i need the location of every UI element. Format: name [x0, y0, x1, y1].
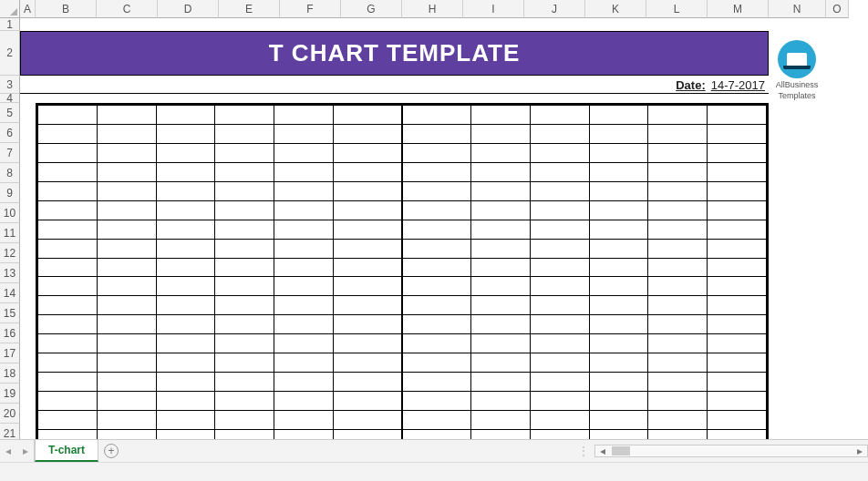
t-chart-cell[interactable]	[215, 353, 274, 373]
t-chart-cell[interactable]	[215, 334, 274, 353]
chevron-right-icon[interactable]: ▸	[23, 445, 28, 457]
t-chart-cell[interactable]	[38, 162, 98, 181]
t-chart-cell[interactable]	[471, 124, 531, 143]
t-chart-cell[interactable]	[708, 315, 767, 334]
t-chart-cell[interactable]	[38, 373, 98, 392]
t-chart-cell[interactable]	[274, 258, 334, 277]
t-chart-cell[interactable]	[215, 392, 274, 411]
column-header-E[interactable]: E	[219, 0, 280, 18]
t-chart-cell[interactable]	[333, 315, 402, 334]
t-chart-cell[interactable]	[402, 353, 471, 373]
t-chart-cell[interactable]	[333, 200, 402, 220]
row-header-9[interactable]: 9	[0, 183, 20, 203]
t-chart-cell[interactable]	[402, 373, 471, 392]
t-chart-cell[interactable]	[530, 239, 589, 258]
t-chart-cell[interactable]	[38, 277, 98, 296]
t-chart-cell[interactable]	[530, 411, 589, 430]
t-chart-cell[interactable]	[708, 411, 767, 430]
t-chart-cell[interactable]	[708, 106, 767, 125]
t-chart-cell[interactable]	[156, 315, 215, 334]
t-chart-cell[interactable]	[156, 296, 215, 315]
t-chart-cell[interactable]	[38, 200, 98, 220]
t-chart-cell[interactable]	[97, 143, 156, 162]
t-chart-cell[interactable]	[215, 200, 274, 220]
t-chart-cell[interactable]	[589, 106, 648, 125]
t-chart-cell[interactable]	[589, 277, 648, 296]
row-header-7[interactable]: 7	[0, 143, 20, 163]
t-chart-cell[interactable]	[215, 220, 274, 239]
t-chart-cell[interactable]	[156, 181, 215, 200]
t-chart-cell[interactable]	[648, 315, 708, 334]
t-chart-cell[interactable]	[97, 162, 156, 181]
t-chart-cell[interactable]	[156, 373, 215, 392]
t-chart-cell[interactable]	[471, 258, 531, 277]
t-chart-cell[interactable]	[38, 315, 98, 334]
t-chart-cell[interactable]	[274, 277, 334, 296]
t-chart-cell[interactable]	[215, 258, 274, 277]
t-chart-cell[interactable]	[274, 106, 334, 125]
t-chart-cell[interactable]	[38, 392, 98, 411]
t-chart-cell[interactable]	[530, 181, 589, 200]
t-chart-cell[interactable]	[648, 200, 708, 220]
t-chart-cell[interactable]	[402, 220, 471, 239]
t-chart-cell[interactable]	[333, 392, 402, 411]
t-chart-cell[interactable]	[589, 373, 648, 392]
t-chart-cell[interactable]	[274, 296, 334, 315]
scroll-right-icon[interactable]: ▸	[852, 445, 867, 457]
t-chart-cell[interactable]	[97, 392, 156, 411]
t-chart-cell[interactable]	[589, 124, 648, 143]
t-chart-cell[interactable]	[156, 200, 215, 220]
column-header-B[interactable]: B	[36, 0, 97, 18]
t-chart-cell[interactable]	[38, 258, 98, 277]
column-header-N[interactable]: N	[769, 0, 826, 18]
add-sheet-button[interactable]: +	[98, 440, 124, 462]
t-chart-cell[interactable]	[708, 239, 767, 258]
t-chart-cell[interactable]	[402, 392, 471, 411]
t-chart-cell[interactable]	[215, 143, 274, 162]
t-chart-cell[interactable]	[38, 220, 98, 239]
t-chart-cell[interactable]	[589, 162, 648, 181]
row-header-2[interactable]: 2	[0, 31, 20, 76]
column-header-A[interactable]: A	[20, 0, 36, 18]
t-chart-cell[interactable]	[215, 181, 274, 200]
scroll-left-icon[interactable]: ◂	[595, 445, 610, 457]
t-chart-cell[interactable]	[530, 392, 589, 411]
t-chart-cell[interactable]	[708, 258, 767, 277]
t-chart-cell[interactable]	[648, 124, 708, 143]
t-chart-cell[interactable]	[471, 200, 531, 220]
t-chart-cell[interactable]	[274, 239, 334, 258]
t-chart-cell[interactable]	[215, 106, 274, 125]
t-chart-cell[interactable]	[97, 411, 156, 430]
sheet-tab-tchart[interactable]: T-chart	[35, 440, 98, 462]
row-header-18[interactable]: 18	[0, 363, 20, 384]
t-chart-cell[interactable]	[156, 143, 215, 162]
t-chart-cell[interactable]	[402, 143, 471, 162]
t-chart-cell[interactable]	[333, 334, 402, 353]
t-chart-cell[interactable]	[333, 277, 402, 296]
t-chart-cell[interactable]	[530, 373, 589, 392]
t-chart-cell[interactable]	[471, 411, 531, 430]
t-chart-cell[interactable]	[648, 392, 708, 411]
scrollbar-thumb[interactable]	[612, 446, 630, 455]
column-header-G[interactable]: G	[341, 0, 402, 18]
t-chart-cell[interactable]	[402, 106, 471, 125]
t-chart-cell[interactable]	[589, 353, 648, 373]
t-chart-cell[interactable]	[402, 239, 471, 258]
t-chart-cell[interactable]	[215, 411, 274, 430]
t-chart-cell[interactable]	[156, 353, 215, 373]
t-chart-cell[interactable]	[708, 334, 767, 353]
row-header-19[interactable]: 19	[0, 384, 20, 404]
row-header-15[interactable]: 15	[0, 303, 20, 323]
column-header-H[interactable]: H	[402, 0, 463, 18]
t-chart-cell[interactable]	[333, 162, 402, 181]
t-chart-cell[interactable]	[38, 353, 98, 373]
t-chart-cell[interactable]	[156, 239, 215, 258]
t-chart-cell[interactable]	[530, 124, 589, 143]
t-chart-cell[interactable]	[589, 220, 648, 239]
t-chart-cell[interactable]	[471, 143, 531, 162]
row-header-14[interactable]: 14	[0, 283, 20, 303]
t-chart-cell[interactable]	[402, 296, 471, 315]
t-chart-cell[interactable]	[471, 334, 531, 353]
t-chart-cell[interactable]	[648, 353, 708, 373]
column-header-J[interactable]: J	[524, 0, 585, 18]
